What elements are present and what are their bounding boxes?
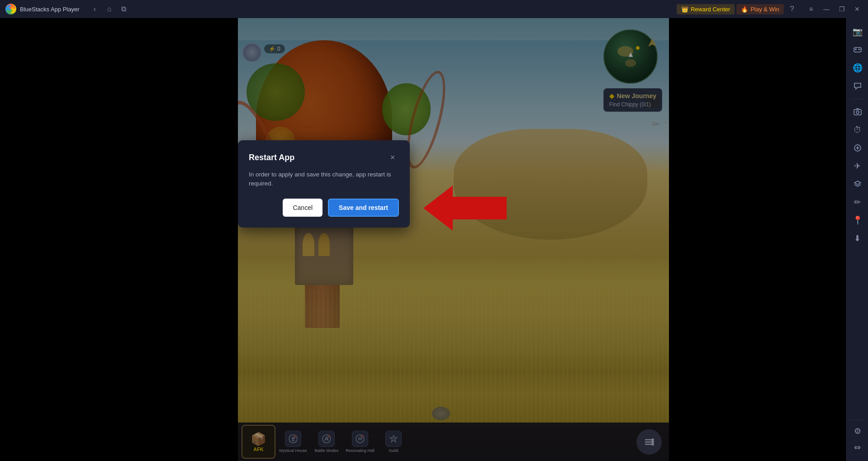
settings-icon[interactable]: ⚙	[849, 423, 866, 439]
reward-center-button[interactable]: 👑 Reward Center	[677, 4, 735, 14]
menu-button[interactable]: ≡	[804, 3, 818, 15]
download-icon[interactable]: ⬇	[849, 230, 866, 247]
dialog-header: Restart App ×	[249, 151, 399, 164]
maximize-button[interactable]: ❐	[835, 3, 849, 15]
nav-buttons: ‹ ⌂ ⧉	[89, 3, 130, 15]
logo-area: BlueStacks App Player	[0, 4, 85, 14]
clock-icon[interactable]: ⏱	[849, 122, 866, 138]
pencil-icon[interactable]: ✏	[849, 194, 866, 210]
play-win-button[interactable]: 🔥 Play & Win	[736, 4, 784, 14]
airplane-icon[interactable]: ✈	[849, 158, 866, 174]
dialog-title: Restart App	[249, 153, 294, 162]
sidebar-divider-2	[849, 420, 863, 420]
save-restart-button[interactable]: Save and restart	[328, 199, 399, 217]
globe-icon[interactable]: 🌐	[849, 60, 866, 76]
svg-point-19	[856, 111, 859, 114]
location-icon[interactable]: 📍	[849, 212, 866, 228]
minimize-button[interactable]: —	[819, 3, 834, 15]
gamepad-icon[interactable]	[849, 42, 866, 58]
controls-icon[interactable]	[849, 140, 866, 156]
titlebar-right: 👑 Reward Center 🔥 Play & Win ? ≡ — ❐ ✕	[677, 3, 868, 15]
svg-point-17	[859, 49, 860, 50]
bluestacks-logo	[5, 4, 16, 14]
help-button[interactable]: ?	[786, 3, 798, 15]
chat-icon[interactable]	[849, 78, 866, 94]
app-title: BlueStacks App Player	[20, 6, 80, 13]
window-controls: ≡ — ❐ ✕	[804, 3, 864, 15]
sidebar-bottom: ⚙ ⇔	[849, 417, 866, 456]
left-panel	[0, 18, 238, 461]
restart-dialog: Restart App × In order to apply and save…	[238, 140, 410, 228]
photo-icon[interactable]	[849, 104, 866, 120]
cancel-button[interactable]: Cancel	[283, 199, 323, 217]
dialog-body: In order to apply and save this change, …	[249, 170, 399, 189]
resize-icon[interactable]: ⇔	[849, 439, 866, 456]
dialog-close-button[interactable]: ×	[386, 151, 399, 164]
titlebar: BlueStacks App Player ‹ ⌂ ⧉ 👑 Reward Cen…	[0, 0, 868, 18]
dialog-buttons: Cancel Save and restart	[249, 199, 399, 217]
right-sidebar: 📷 🌐 ⏱ ✈ ✏ 📍 ⬇	[846, 18, 868, 461]
camera-icon[interactable]: 📷	[849, 24, 866, 40]
svg-point-16	[858, 49, 859, 50]
fire-icon: 🔥	[741, 6, 748, 13]
layers-icon[interactable]	[849, 176, 866, 192]
close-button[interactable]: ✕	[850, 3, 864, 15]
sidebar-divider-1	[851, 99, 864, 99]
multi-window-button[interactable]: ⧉	[118, 3, 130, 15]
play-win-label: Play & Win	[750, 6, 779, 13]
svg-rect-18	[854, 109, 861, 115]
home-button[interactable]: ⌂	[103, 3, 116, 15]
back-button[interactable]: ‹	[89, 3, 101, 15]
svg-rect-15	[854, 48, 861, 52]
dialog-overlay	[238, 18, 669, 461]
reward-center-label: Reward Center	[691, 6, 730, 13]
crown-icon: 👑	[681, 6, 688, 13]
